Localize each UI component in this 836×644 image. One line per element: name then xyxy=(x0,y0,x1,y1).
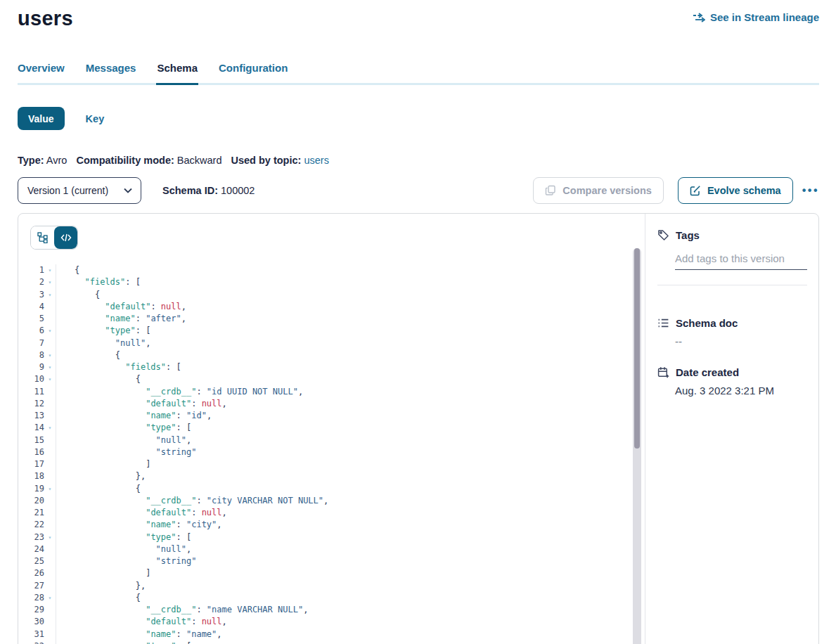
code-line: 21 "default": null, xyxy=(30,507,645,519)
tab-configuration[interactable]: Configuration xyxy=(219,62,288,83)
editor-view-toggle xyxy=(30,226,78,250)
schema-doc-section: Schema doc -- xyxy=(657,317,807,347)
line-number: 31 xyxy=(30,629,44,640)
version-select[interactable]: Version 1 (current) xyxy=(18,177,141,204)
code-line: 14▾ "type": [ xyxy=(30,422,645,434)
code-text: { xyxy=(56,289,645,301)
code-line: 26 ] xyxy=(30,567,645,579)
topic-label: Used by topic: xyxy=(231,155,301,166)
fold-spacer xyxy=(44,446,56,458)
code-line: 12 "default": null, xyxy=(30,398,645,410)
code-text: "null", xyxy=(56,434,645,446)
fold-spacer xyxy=(44,616,56,628)
code-line: 6▾ "type": [ xyxy=(30,325,645,337)
schema-id: Schema ID: 100002 xyxy=(162,185,255,196)
date-created-section: Date created Aug. 3 2022 3:21 PM xyxy=(657,366,807,397)
type-label: Type: xyxy=(18,155,44,166)
evolve-schema-button[interactable]: Evolve schema xyxy=(678,177,793,204)
key-toggle-button[interactable]: Key xyxy=(82,112,109,125)
fold-spacer xyxy=(44,434,56,446)
fold-spacer xyxy=(44,337,56,349)
see-in-stream-lineage-link[interactable]: See in Stream lineage xyxy=(693,11,819,23)
stream-lineage-icon xyxy=(693,13,705,22)
line-number: 20 xyxy=(30,495,44,507)
fold-toggle-icon[interactable]: ▾ xyxy=(44,640,56,644)
version-select-value: Version 1 (current) xyxy=(27,185,108,196)
schema-id-label: Schema ID: xyxy=(162,185,218,196)
used-by-topic: Used by topic: users xyxy=(231,155,328,166)
value-toggle-button[interactable]: Value xyxy=(18,107,65,130)
tree-view-icon xyxy=(37,232,49,243)
fold-spacer xyxy=(44,495,56,507)
tab-underline-track xyxy=(18,83,819,85)
fold-toggle-icon[interactable]: ▾ xyxy=(44,373,56,385)
line-number: 21 xyxy=(30,507,44,519)
fold-toggle-icon[interactable]: ▾ xyxy=(44,592,56,604)
code-line: 8▾ { xyxy=(30,349,645,361)
fold-toggle-icon[interactable]: ▾ xyxy=(44,289,56,301)
code-text: "default": null, xyxy=(56,398,645,410)
compare-versions-icon xyxy=(545,185,556,196)
fold-toggle-icon[interactable]: ▾ xyxy=(44,264,56,276)
code-line: 25 "string" xyxy=(30,555,645,567)
line-number: 8 xyxy=(30,349,44,361)
code-line: 17 ] xyxy=(30,458,645,470)
code-view-button[interactable] xyxy=(54,226,77,249)
code-text: }, xyxy=(56,470,645,482)
line-number: 14 xyxy=(30,422,44,434)
fold-toggle-icon[interactable]: ▾ xyxy=(44,276,56,288)
version-toolbar: Version 1 (current) Schema ID: 100002 Co… xyxy=(18,177,819,204)
fold-spacer xyxy=(44,519,56,531)
fold-toggle-icon[interactable]: ▾ xyxy=(44,483,56,495)
add-tags-input[interactable] xyxy=(675,252,807,270)
topic-link[interactable]: users xyxy=(304,155,328,166)
code-text: "name": "city", xyxy=(56,519,645,531)
editor-scrollbar[interactable] xyxy=(633,248,641,644)
fold-toggle-icon[interactable]: ▾ xyxy=(44,532,56,543)
value-key-toggle: Value Key xyxy=(18,107,819,130)
code-line: 22 "name": "city", xyxy=(30,519,645,531)
chevron-down-icon xyxy=(124,188,132,193)
schema-page: users See in Stream lineage Overview Mes… xyxy=(0,0,836,644)
line-number: 4 xyxy=(30,301,44,313)
fold-toggle-icon[interactable]: ▾ xyxy=(44,361,56,373)
tab-overview[interactable]: Overview xyxy=(18,62,65,83)
editor-scrollbar-thumb[interactable] xyxy=(634,248,640,449)
line-number: 16 xyxy=(30,446,44,458)
fold-toggle-icon[interactable]: ▾ xyxy=(44,325,56,337)
code-line: 10▾ { xyxy=(30,373,645,385)
fold-toggle-icon[interactable]: ▾ xyxy=(44,422,56,434)
code-text: "fields": [ xyxy=(56,276,645,288)
fold-toggle-icon[interactable]: ▾ xyxy=(44,349,56,361)
code-line: 15 "null", xyxy=(30,434,645,446)
line-number: 18 xyxy=(30,470,44,482)
line-number: 1 xyxy=(30,264,44,276)
tab-bar: Overview Messages Schema Configuration xyxy=(18,62,819,83)
tags-heading: Tags xyxy=(676,229,700,241)
code-line: 5 "name": "after", xyxy=(30,313,645,325)
compare-versions-button[interactable]: Compare versions xyxy=(533,177,664,204)
code-text: "fields": [ xyxy=(56,361,645,373)
code-text: "type": [ xyxy=(56,532,645,543)
code-line: 4 "default": null, xyxy=(30,301,645,313)
code-line: 19▾ { xyxy=(30,483,645,495)
line-number: 28 xyxy=(30,592,44,604)
more-actions-button[interactable]: ••• xyxy=(802,182,819,199)
tab-schema[interactable]: Schema xyxy=(157,62,198,83)
schema-type: Type: Avro xyxy=(18,155,67,166)
tree-view-button[interactable] xyxy=(31,226,54,249)
line-number: 3 xyxy=(30,289,44,301)
date-created-heading: Date created xyxy=(676,366,739,378)
code-line: 16 "string" xyxy=(30,446,645,458)
line-number: 19 xyxy=(30,483,44,495)
tab-messages[interactable]: Messages xyxy=(86,62,136,83)
code-line: 24 "null", xyxy=(30,543,645,555)
fold-spacer xyxy=(44,458,56,470)
line-number: 5 xyxy=(30,313,44,325)
line-number: 22 xyxy=(30,519,44,531)
code-line: 1▾{ xyxy=(30,264,645,276)
compatibility-value: Backward xyxy=(177,155,222,166)
fold-spacer xyxy=(44,543,56,555)
code-editor-lines: 1▾{2▾ "fields": [3▾ {4 "default": null,5… xyxy=(30,264,645,644)
line-number: 2 xyxy=(30,276,44,288)
